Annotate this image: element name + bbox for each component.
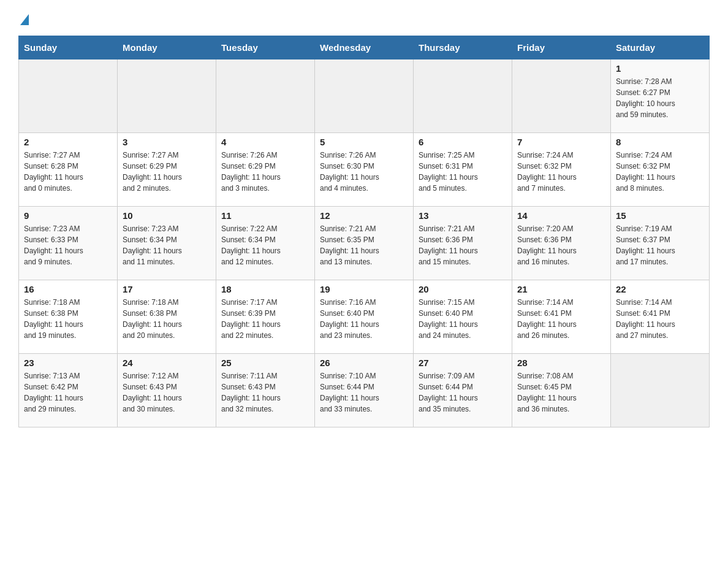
day-info: Sunrise: 7:18 AMSunset: 6:38 PMDaylight:… bbox=[123, 297, 211, 341]
day-number: 20 bbox=[419, 284, 507, 294]
calendar-day-cell: 1Sunrise: 7:28 AMSunset: 6:27 PMDaylight… bbox=[611, 59, 710, 133]
calendar-day-cell: 14Sunrise: 7:20 AMSunset: 6:36 PMDayligh… bbox=[512, 207, 611, 280]
weekday-header-monday: Monday bbox=[118, 36, 216, 59]
calendar-day-cell: 19Sunrise: 7:16 AMSunset: 6:40 PMDayligh… bbox=[315, 280, 414, 354]
day-info: Sunrise: 7:19 AMSunset: 6:37 PMDaylight:… bbox=[616, 223, 704, 267]
day-number: 10 bbox=[123, 210, 211, 221]
calendar-day-cell: 3Sunrise: 7:27 AMSunset: 6:29 PMDaylight… bbox=[118, 133, 216, 207]
day-info: Sunrise: 7:13 AMSunset: 6:42 PMDaylight:… bbox=[24, 370, 112, 415]
calendar-week-row: 9Sunrise: 7:23 AMSunset: 6:33 PMDaylight… bbox=[19, 207, 710, 280]
calendar-header: SundayMondayTuesdayWednesdayThursdayFrid… bbox=[19, 36, 710, 59]
day-number: 13 bbox=[419, 210, 507, 221]
day-info: Sunrise: 7:08 AMSunset: 6:45 PMDaylight:… bbox=[517, 370, 605, 415]
weekday-header-sunday: Sunday bbox=[19, 36, 118, 59]
day-info: Sunrise: 7:11 AMSunset: 6:43 PMDaylight:… bbox=[221, 370, 309, 415]
calendar-day-cell: 9Sunrise: 7:23 AMSunset: 6:33 PMDaylight… bbox=[19, 207, 118, 280]
day-number: 8 bbox=[616, 137, 704, 147]
calendar-day-cell: 27Sunrise: 7:09 AMSunset: 6:44 PMDayligh… bbox=[414, 354, 512, 427]
calendar-day-cell: 20Sunrise: 7:15 AMSunset: 6:40 PMDayligh… bbox=[414, 280, 512, 354]
weekday-header-friday: Friday bbox=[512, 36, 611, 59]
day-info: Sunrise: 7:22 AMSunset: 6:34 PMDaylight:… bbox=[221, 223, 309, 267]
calendar-day-cell: 18Sunrise: 7:17 AMSunset: 6:39 PMDayligh… bbox=[216, 280, 315, 354]
day-info: Sunrise: 7:14 AMSunset: 6:41 PMDaylight:… bbox=[517, 297, 605, 341]
day-info: Sunrise: 7:26 AMSunset: 6:30 PMDaylight:… bbox=[320, 150, 408, 194]
calendar-day-cell bbox=[512, 59, 611, 133]
weekday-header-thursday: Thursday bbox=[414, 36, 512, 59]
day-info: Sunrise: 7:18 AMSunset: 6:38 PMDaylight:… bbox=[24, 297, 112, 341]
day-info: Sunrise: 7:17 AMSunset: 6:39 PMDaylight:… bbox=[221, 297, 309, 341]
day-info: Sunrise: 7:09 AMSunset: 6:44 PMDaylight:… bbox=[419, 370, 507, 415]
weekday-header-tuesday: Tuesday bbox=[216, 36, 315, 59]
day-number: 15 bbox=[616, 210, 704, 221]
day-number: 11 bbox=[221, 210, 309, 221]
page-header bbox=[18, 12, 710, 23]
calendar-day-cell bbox=[19, 59, 118, 133]
day-number: 19 bbox=[320, 284, 408, 294]
day-number: 16 bbox=[24, 284, 112, 294]
day-info: Sunrise: 7:12 AMSunset: 6:43 PMDaylight:… bbox=[123, 370, 211, 415]
day-number: 26 bbox=[320, 358, 408, 368]
calendar-day-cell: 13Sunrise: 7:21 AMSunset: 6:36 PMDayligh… bbox=[414, 207, 512, 280]
day-number: 3 bbox=[123, 137, 211, 147]
day-info: Sunrise: 7:14 AMSunset: 6:41 PMDaylight:… bbox=[616, 297, 704, 341]
day-info: Sunrise: 7:25 AMSunset: 6:31 PMDaylight:… bbox=[419, 150, 507, 194]
day-number: 25 bbox=[221, 358, 309, 368]
day-info: Sunrise: 7:27 AMSunset: 6:28 PMDaylight:… bbox=[24, 150, 112, 194]
weekday-header-wednesday: Wednesday bbox=[315, 36, 414, 59]
calendar-day-cell: 16Sunrise: 7:18 AMSunset: 6:38 PMDayligh… bbox=[19, 280, 118, 354]
calendar-day-cell: 15Sunrise: 7:19 AMSunset: 6:37 PMDayligh… bbox=[611, 207, 710, 280]
day-info: Sunrise: 7:23 AMSunset: 6:33 PMDaylight:… bbox=[24, 223, 112, 267]
calendar-day-cell: 21Sunrise: 7:14 AMSunset: 6:41 PMDayligh… bbox=[512, 280, 611, 354]
day-info: Sunrise: 7:21 AMSunset: 6:36 PMDaylight:… bbox=[419, 223, 507, 267]
calendar-day-cell: 17Sunrise: 7:18 AMSunset: 6:38 PMDayligh… bbox=[118, 280, 216, 354]
calendar-day-cell: 22Sunrise: 7:14 AMSunset: 6:41 PMDayligh… bbox=[611, 280, 710, 354]
calendar-day-cell: 25Sunrise: 7:11 AMSunset: 6:43 PMDayligh… bbox=[216, 354, 315, 427]
day-number: 23 bbox=[24, 358, 112, 368]
day-number: 5 bbox=[320, 137, 408, 147]
calendar-day-cell: 26Sunrise: 7:10 AMSunset: 6:44 PMDayligh… bbox=[315, 354, 414, 427]
calendar-day-cell: 24Sunrise: 7:12 AMSunset: 6:43 PMDayligh… bbox=[118, 354, 216, 427]
day-number: 9 bbox=[24, 210, 112, 221]
calendar-day-cell: 8Sunrise: 7:24 AMSunset: 6:32 PMDaylight… bbox=[611, 133, 710, 207]
day-info: Sunrise: 7:28 AMSunset: 6:27 PMDaylight:… bbox=[616, 76, 704, 120]
calendar-day-cell: 4Sunrise: 7:26 AMSunset: 6:29 PMDaylight… bbox=[216, 133, 315, 207]
weekday-header-saturday: Saturday bbox=[611, 36, 710, 59]
calendar-table: SundayMondayTuesdayWednesdayThursdayFrid… bbox=[18, 36, 710, 427]
calendar-week-row: 2Sunrise: 7:27 AMSunset: 6:28 PMDaylight… bbox=[19, 133, 710, 207]
logo-arrow-icon bbox=[20, 14, 29, 25]
day-number: 14 bbox=[517, 210, 605, 221]
day-info: Sunrise: 7:10 AMSunset: 6:44 PMDaylight:… bbox=[320, 370, 408, 415]
day-number: 4 bbox=[221, 137, 309, 147]
calendar-day-cell: 7Sunrise: 7:24 AMSunset: 6:32 PMDaylight… bbox=[512, 133, 611, 207]
day-number: 24 bbox=[123, 358, 211, 368]
day-number: 12 bbox=[320, 210, 408, 221]
calendar-day-cell: 28Sunrise: 7:08 AMSunset: 6:45 PMDayligh… bbox=[512, 354, 611, 427]
calendar-day-cell: 23Sunrise: 7:13 AMSunset: 6:42 PMDayligh… bbox=[19, 354, 118, 427]
calendar-day-cell bbox=[315, 59, 414, 133]
calendar-day-cell bbox=[216, 59, 315, 133]
calendar-day-cell: 6Sunrise: 7:25 AMSunset: 6:31 PMDaylight… bbox=[414, 133, 512, 207]
calendar-week-row: 16Sunrise: 7:18 AMSunset: 6:38 PMDayligh… bbox=[19, 280, 710, 354]
day-info: Sunrise: 7:15 AMSunset: 6:40 PMDaylight:… bbox=[419, 297, 507, 341]
calendar-day-cell: 12Sunrise: 7:21 AMSunset: 6:35 PMDayligh… bbox=[315, 207, 414, 280]
calendar-day-cell bbox=[611, 354, 710, 427]
day-info: Sunrise: 7:20 AMSunset: 6:36 PMDaylight:… bbox=[517, 223, 605, 267]
logo bbox=[18, 12, 29, 23]
day-info: Sunrise: 7:24 AMSunset: 6:32 PMDaylight:… bbox=[517, 150, 605, 194]
weekday-header-row: SundayMondayTuesdayWednesdayThursdayFrid… bbox=[19, 36, 710, 59]
day-number: 1 bbox=[616, 63, 704, 74]
day-info: Sunrise: 7:23 AMSunset: 6:34 PMDaylight:… bbox=[123, 223, 211, 267]
day-number: 2 bbox=[24, 137, 112, 147]
day-number: 18 bbox=[221, 284, 309, 294]
day-number: 21 bbox=[517, 284, 605, 294]
day-number: 6 bbox=[419, 137, 507, 147]
calendar-week-row: 1Sunrise: 7:28 AMSunset: 6:27 PMDaylight… bbox=[19, 59, 710, 133]
day-number: 27 bbox=[419, 358, 507, 368]
calendar-day-cell: 11Sunrise: 7:22 AMSunset: 6:34 PMDayligh… bbox=[216, 207, 315, 280]
day-info: Sunrise: 7:24 AMSunset: 6:32 PMDaylight:… bbox=[616, 150, 704, 194]
day-info: Sunrise: 7:26 AMSunset: 6:29 PMDaylight:… bbox=[221, 150, 309, 194]
calendar-day-cell bbox=[118, 59, 216, 133]
calendar-day-cell: 10Sunrise: 7:23 AMSunset: 6:34 PMDayligh… bbox=[118, 207, 216, 280]
day-number: 7 bbox=[517, 137, 605, 147]
day-info: Sunrise: 7:21 AMSunset: 6:35 PMDaylight:… bbox=[320, 223, 408, 267]
